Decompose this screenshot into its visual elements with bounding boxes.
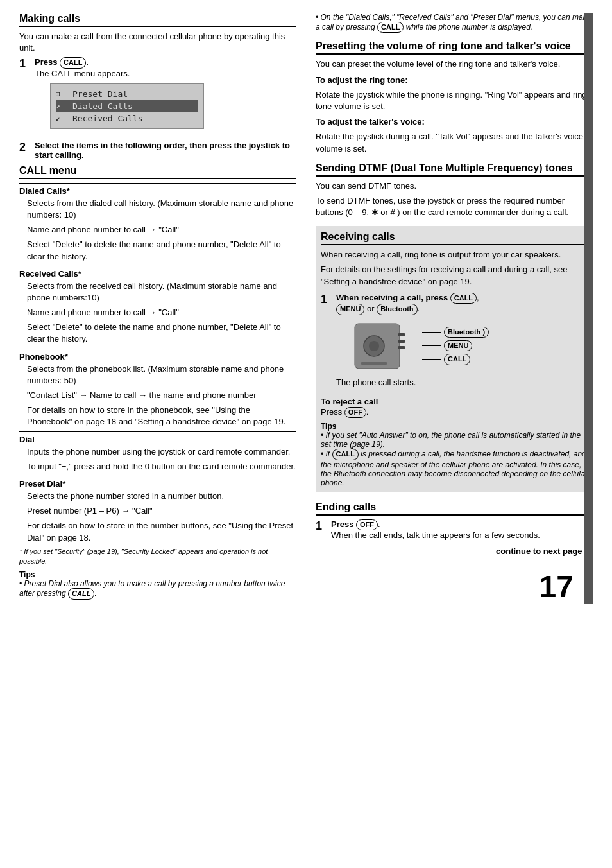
call-btn-top-tip: CALL: [377, 22, 404, 33]
received-calls-section: Received Calls* Selects from the receive…: [19, 266, 296, 345]
sending-dtmf-section: Sending DTMF (Dual Tone Multiple Frequen…: [316, 162, 593, 219]
left-column: Making calls You can make a call from th…: [19, 13, 296, 604]
phonebook-line-3: For details on how to store in the phone…: [27, 404, 296, 428]
off-btn-end: OFF: [356, 519, 378, 530]
tips-title-right: Tips: [321, 422, 336, 431]
dial-section: Dial Inputs the phone number using the j…: [19, 431, 296, 473]
preset-dial-line-1: Selects the phone number stored in a num…: [27, 490, 296, 502]
receiving-calls-title: Receiving calls: [321, 231, 588, 245]
lcd-icon-dialed: ↗: [56, 102, 69, 110]
step-2-label: Select the items in the following order,…: [35, 141, 290, 160]
page-number-area: 17: [316, 569, 574, 604]
off-btn-reject: OFF: [344, 407, 366, 418]
step-number-end-1: 1: [316, 519, 327, 533]
preset-dial-line-3: For details on how to store in the numbe…: [27, 520, 296, 543]
lcd-text-preset: Preset Dial: [72, 89, 128, 99]
lcd-text-received: Received Calls: [72, 114, 143, 123]
press-label-reject: Press: [321, 407, 342, 417]
step-1-making-calls: 1 Press CALL. The CALL menu appears. ⊞ P…: [19, 57, 296, 136]
making-calls-title: Making calls: [19, 13, 296, 27]
step-1-receiving: 1 When receiving a call, press CALL, MEN…: [321, 293, 588, 392]
ending-calls-section: Ending calls 1 Press OFF. When the call …: [316, 501, 593, 556]
step-1-label: Press: [35, 57, 57, 67]
label-line-menu: [422, 345, 441, 346]
reject-suffix: .: [366, 407, 369, 417]
menu-label: MENU: [422, 340, 489, 351]
preset-dial-header: Preset Dial*: [19, 479, 296, 489]
call-menu-section: CALL menu Dialed Calls* Selects from the…: [19, 165, 296, 600]
bluetooth-btn-recv: Bluetooth: [377, 304, 417, 315]
call-button-inline: CALL: [60, 57, 86, 68]
received-calls-line-1: Selects from the received call history. …: [27, 281, 296, 304]
phonebook-line-1: Selects from the phonebook list. (Maximu…: [27, 363, 296, 386]
presetting-volume-title: Presetting the volume of ring tone and t…: [316, 40, 593, 55]
call-btn-tips-right: CALL: [332, 449, 359, 460]
ring-tone-text: Rotate the joystick while the phone is r…: [316, 89, 593, 112]
svg-rect-3: [398, 333, 405, 336]
step-number-1: 1: [19, 57, 31, 71]
phone-call-starts: The phone call starts.: [336, 377, 588, 388]
label-line-bt: [422, 332, 441, 333]
page-number: 17: [540, 569, 574, 603]
step-1-suffix: .: [86, 57, 89, 67]
preset-dial-line-2: Preset number (P1 – P6) → "Call": [27, 505, 296, 517]
ending-calls-title: Ending calls: [316, 501, 593, 516]
dialed-calls-line-3: Select "Delete" to delete the name and p…: [27, 239, 296, 262]
step-recv-label: When receiving a call, press: [336, 293, 448, 302]
talker-text: Rotate the joystick during a call. "Talk…: [316, 131, 593, 154]
sending-dtmf-intro: You can send DTMF tones.: [316, 180, 593, 192]
menu-btn-recv: MENU: [336, 304, 364, 315]
call-button-tips: CALL: [68, 588, 94, 599]
svg-rect-6: [361, 362, 387, 365]
phonebook-line-2: "Contact List" → Name to call → the name…: [27, 390, 296, 401]
continue-text: continue to next page →: [316, 546, 593, 556]
device-svg: [352, 320, 416, 372]
or-text: or: [367, 304, 377, 313]
dialed-calls-header: Dialed Calls*: [19, 186, 296, 196]
dial-header: Dial: [19, 435, 296, 444]
end-suffix: .: [378, 519, 380, 529]
sending-dtmf-title: Sending DTMF (Dual Tone Multiple Frequen…: [316, 162, 593, 177]
talker-header: To adjust the talker's voice:: [316, 117, 425, 126]
received-calls-line-3: Select "Delete" to delete the name and p…: [27, 322, 296, 345]
received-calls-header: Received Calls*: [19, 269, 296, 279]
step-1-content: Press CALL. The CALL menu appears. ⊞ Pre…: [35, 57, 296, 136]
reject-title: To reject a call: [321, 397, 378, 406]
presetting-volume-intro: You can preset the volume level of the r…: [316, 58, 593, 70]
presetting-volume-section: Presetting the volume of ring tone and t…: [316, 40, 593, 154]
device-diagram: Bluetooth ) MENU CALL: [352, 320, 588, 372]
svg-rect-5: [398, 346, 405, 349]
dialed-calls-line-1: Selects from the dialed call history. (M…: [27, 198, 296, 221]
page-sidebar: [584, 13, 593, 604]
dial-line-2: To input "+," press and hold the 0 butto…: [27, 461, 296, 473]
making-calls-intro: You can make a call from the connected c…: [19, 31, 296, 54]
making-calls-section: Making calls You can make a call from th…: [19, 13, 296, 160]
phonebook-header: Phonebook*: [19, 352, 296, 361]
end-sub: When the call ends, talk time appears fo…: [331, 530, 540, 540]
dialed-calls-line-2: Name and phone number to call → "Call": [27, 224, 296, 236]
preset-dial-section: Preset Dial* Selects the phone number st…: [19, 476, 296, 544]
lcd-screen: ⊞ Preset Dial ↗ Dialed Calls ↙ Received …: [50, 83, 204, 129]
receiving-calls-intro: When receiving a call, ring tone is outp…: [321, 249, 588, 261]
sending-dtmf-detail: To send DTMF tones, use the joystick or …: [316, 195, 593, 218]
svg-point-2: [369, 341, 379, 351]
label-line-call: [422, 359, 441, 360]
reject-text: Press OFF.: [321, 406, 588, 418]
bluetooth-label-text: Bluetooth ): [444, 327, 489, 338]
receiving-calls-section: Receiving calls When receiving a call, r…: [316, 226, 593, 492]
right-column: • On the "Dialed Calls," "Received Calls…: [316, 13, 593, 604]
step-number-2: 2: [19, 141, 31, 154]
tips-section-right: Tips • If you set "Auto Answer" to on, t…: [321, 422, 588, 487]
step-2-making-calls: 2 Select the items in the following orde…: [19, 141, 296, 160]
call-label-text: CALL: [444, 354, 470, 365]
call-menu-appears: The CALL menu appears.: [35, 69, 130, 78]
recv-suffix: .: [418, 304, 420, 313]
lcd-row-preset: ⊞ Preset Dial: [56, 88, 198, 100]
lcd-text-dialed: Dialed Calls: [72, 101, 133, 111]
dialed-calls-section: Dialed Calls* Selects from the dialed ca…: [19, 183, 296, 263]
top-tip: • On the "Dialed Calls," "Received Calls…: [316, 13, 593, 33]
step-1-ending: 1 Press OFF. When the call ends, talk ti…: [316, 519, 593, 540]
device-body: [352, 320, 416, 372]
device-labels: Bluetooth ) MENU CALL: [422, 327, 489, 365]
step-number-recv-1: 1: [321, 293, 332, 306]
